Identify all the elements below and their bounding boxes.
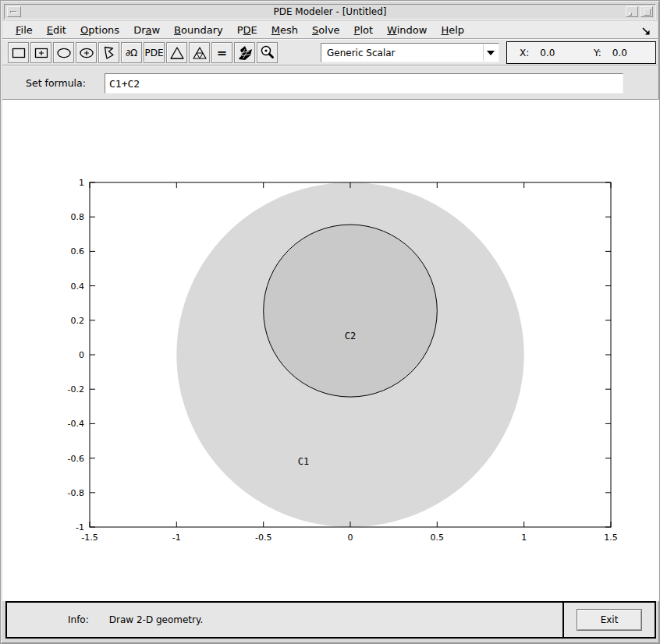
coordinates-panel: X: 0.0 Y: 0.0 [506, 41, 656, 64]
set-formula-input[interactable] [105, 73, 623, 94]
x-tick-label: -0.5 [255, 533, 271, 543]
y-tick-label: -0.4 [68, 419, 84, 429]
draw-ellipse-button[interactable] [53, 42, 74, 63]
menu-draw[interactable]: Draw [126, 23, 167, 37]
draw-rectangle-button[interactable] [8, 42, 29, 63]
exit-section: Exit [564, 603, 655, 637]
status-bar: Info: Draw 2-D geometry. Exit [5, 601, 656, 639]
x-tick-label: 0 [348, 533, 353, 543]
geometry-plot: -1.5-1-0.500.511.510.80.60.40.20-0.2-0.4… [2, 100, 659, 601]
draw-polygon-button[interactable] [98, 42, 119, 63]
menu-plot[interactable]: Plot [347, 23, 381, 37]
application-dropdown-value: Generic Scalar [327, 48, 396, 58]
toolbar: ∂ΩPDE= Generic Scalar X: 0.0 Y: 0.0 [2, 39, 658, 65]
refine-mesh-button[interactable] [189, 42, 210, 63]
set-formula-label: Set formula: [26, 77, 86, 89]
maximize-button[interactable] [640, 6, 653, 17]
menu-file[interactable]: File [9, 23, 40, 37]
exit-button[interactable]: Exit [577, 609, 642, 631]
y-coordinate-label: Y: [594, 48, 601, 58]
menu-options[interactable]: Options [73, 23, 126, 37]
x-coordinate-value: 0.0 [540, 48, 555, 58]
dock-arrow-icon[interactable] [641, 25, 651, 40]
menu-solve[interactable]: Solve [305, 23, 347, 37]
y-tick-label: 0 [79, 350, 84, 360]
boundary-mode-button[interactable]: ∂Ω [121, 42, 142, 63]
x-coordinate-label: X: [520, 48, 529, 58]
refine-mesh-icon [191, 44, 208, 62]
mesh-mode-button[interactable] [166, 42, 187, 63]
info-label: Info: [68, 614, 89, 625]
info-section: Info: Draw 2-D geometry. [7, 603, 564, 637]
menu-window[interactable]: Window [380, 23, 434, 37]
maximize-icon [644, 9, 651, 16]
plot-solution-icon [236, 44, 254, 62]
pde-mode-button[interactable]: PDE [144, 42, 165, 63]
set-formula-panel: Set formula: [2, 65, 658, 100]
region-C2[interactable] [264, 225, 438, 397]
y-tick-label: -0.6 [68, 454, 84, 464]
y-coordinate-value: 0.0 [612, 48, 627, 58]
y-tick-label: 0.4 [71, 281, 85, 292]
draw-rectangle-center-button[interactable] [30, 42, 51, 63]
pde-mode-icon: PDE [144, 48, 163, 58]
plot-solution-button[interactable] [234, 42, 255, 63]
draw-rectangle-icon [10, 44, 27, 62]
menu-edit[interactable]: Edit [40, 23, 73, 37]
menu-help[interactable]: Help [434, 23, 471, 37]
zoom-button[interactable] [257, 42, 278, 63]
draw-ellipse-icon [55, 44, 73, 62]
application-dropdown[interactable]: Generic Scalar [321, 43, 499, 62]
y-tick-label: 0.6 [71, 246, 85, 257]
boundary-mode-icon: ∂Ω [126, 48, 137, 58]
solve-pde-icon: = [217, 47, 227, 59]
dropdown-arrow-icon[interactable] [483, 44, 498, 61]
y-tick-label: 0.8 [71, 212, 85, 222]
x-tick-label: 0.5 [431, 533, 445, 543]
y-tick-label: -0.8 [68, 488, 84, 498]
info-message: Draw 2-D geometry. [109, 614, 203, 625]
draw-ellipse-center-icon [78, 44, 95, 62]
y-tick-label: 1 [79, 178, 84, 188]
menu-pde[interactable]: PDE [230, 23, 264, 37]
region-label-C1: C1 [298, 456, 309, 467]
solve-pde-button[interactable]: = [211, 42, 232, 63]
draw-rectangle-center-icon [33, 44, 50, 62]
pde-modeler-window: PDE Modeler - [Untitled] FileEditOptions… [0, 0, 660, 644]
x-tick-label: -1.5 [81, 533, 98, 543]
x-tick-label: 1 [521, 533, 527, 543]
zoom-icon [259, 44, 276, 62]
draw-ellipse-center-button[interactable] [76, 42, 97, 63]
title-bar: PDE Modeler - [Untitled] [4, 4, 656, 19]
minimize-button[interactable] [626, 6, 638, 17]
y-tick-label: 0.2 [71, 316, 85, 326]
region-label-C2: C2 [345, 331, 356, 341]
menu-boundary[interactable]: Boundary [167, 23, 230, 37]
menu-mesh[interactable]: Mesh [264, 23, 305, 37]
window-title: PDE Modeler - [Untitled] [5, 6, 655, 17]
drawing-canvas[interactable]: -1.5-1-0.500.511.510.80.60.40.20-0.2-0.4… [2, 100, 659, 601]
x-tick-label: -1 [172, 533, 181, 543]
draw-polygon-icon [101, 44, 118, 62]
x-tick-label: 1.5 [604, 533, 618, 543]
mesh-mode-icon [169, 44, 186, 62]
y-tick-label: -1 [76, 522, 84, 533]
menu-bar: FileEditOptionsDrawBoundaryPDEMeshSolveP… [2, 21, 658, 39]
y-tick-label: -0.2 [68, 384, 84, 395]
minimize-icon [629, 12, 632, 16]
